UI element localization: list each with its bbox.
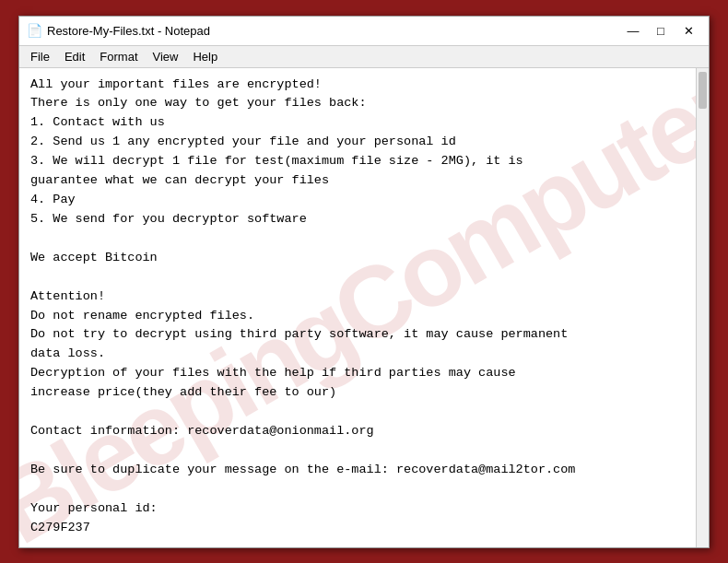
minimize-button[interactable]: — (620, 21, 646, 40)
window-controls: — □ ✕ (620, 21, 701, 40)
menu-format[interactable]: Format (92, 48, 145, 65)
close-button[interactable]: ✕ (675, 21, 701, 40)
menu-edit[interactable]: Edit (57, 48, 92, 65)
scrollbar-thumb[interactable] (699, 72, 707, 109)
scrollbar[interactable] (696, 68, 709, 547)
menu-view[interactable]: View (146, 48, 186, 65)
menu-help[interactable]: Help (185, 48, 225, 65)
menu-bar: File Edit Format View Help (19, 46, 709, 68)
menu-file[interactable]: File (23, 48, 57, 65)
notepad-window: 📄 Restore-My-Files.txt - Notepad — □ ✕ F… (18, 16, 710, 548)
maximize-button[interactable]: □ (648, 21, 674, 40)
ransom-note-text: All your important files are encrypted! … (30, 76, 698, 538)
title-bar: 📄 Restore-My-Files.txt - Notepad — □ ✕ (19, 17, 709, 46)
window-title: Restore-My-Files.txt - Notepad (47, 24, 210, 38)
title-left: 📄 Restore-My-Files.txt - Notepad (27, 23, 210, 38)
text-content-area[interactable]: BleepingComputer All your important file… (19, 68, 709, 547)
notepad-icon: 📄 (27, 23, 41, 38)
